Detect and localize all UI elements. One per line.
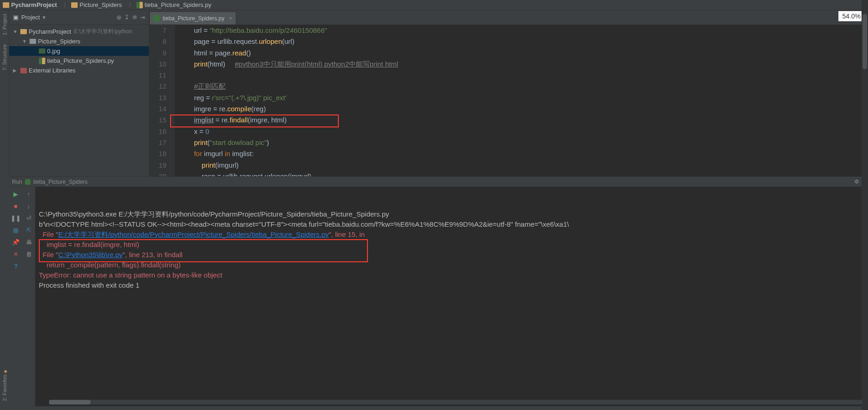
editor-tabs: tieba_Picture_Spiders.py × bbox=[149, 10, 868, 25]
structure-tool-button[interactable]: 7: Structure bbox=[2, 44, 7, 71]
editor-area: tieba_Picture_Spiders.py × 7891011121314… bbox=[149, 10, 868, 176]
line-gutter: 7891011121314151617181920 bbox=[149, 25, 175, 176]
gear-icon[interactable]: ✲ bbox=[854, 178, 859, 185]
run-toolbar-1: ▶ ■ ❚❚ ▦ 📌 ✕ ? bbox=[9, 187, 22, 406]
tree-row[interactable]: ▼PycharmProjectE:\大学学习资料\python bbox=[9, 27, 149, 36]
layout-button[interactable]: ▦ bbox=[12, 226, 20, 234]
down-button[interactable]: ↓ bbox=[24, 202, 33, 210]
star-icon: ★ bbox=[2, 368, 8, 374]
zoom-level-badge: 54.0% bbox=[838, 11, 864, 21]
left-tool-strip-bottom: ★ 2: Favorites bbox=[0, 318, 9, 410]
tree-row[interactable]: ▼Picture_Spiders bbox=[9, 36, 149, 46]
crumb-label: PycharmProject bbox=[11, 1, 57, 8]
print-button[interactable]: 🖶 bbox=[24, 238, 33, 246]
pause-button[interactable]: ❚❚ bbox=[12, 214, 20, 222]
rerun-button[interactable]: ▶ bbox=[12, 190, 20, 198]
hide-icon[interactable]: ⇥ bbox=[140, 14, 145, 21]
chevron-right-icon: 〉 bbox=[128, 1, 134, 9]
crumb-label: tieba_Picture_Spiders.py bbox=[145, 1, 212, 8]
crumb-0[interactable]: PycharmProject bbox=[3, 1, 57, 8]
up-button[interactable]: ↑ bbox=[24, 190, 33, 198]
dir-icon bbox=[30, 39, 36, 44]
help-button[interactable]: ? bbox=[12, 262, 20, 270]
py-icon bbox=[39, 58, 45, 64]
dropdown-icon[interactable]: ▾ bbox=[43, 14, 46, 21]
crumb-1[interactable]: Picture_Spiders bbox=[71, 1, 122, 8]
tree-row[interactable]: ▶External Libraries bbox=[9, 66, 149, 75]
python-file-icon bbox=[153, 15, 160, 22]
folder-icon bbox=[3, 2, 9, 8]
crumb-label: Picture_Spiders bbox=[79, 1, 122, 8]
editor-scrollbar-track[interactable] bbox=[862, 25, 868, 176]
folder-icon bbox=[71, 2, 78, 8]
trash-button[interactable]: 🗑 bbox=[24, 250, 33, 258]
lib-icon bbox=[20, 68, 27, 73]
run-toolbar-2: ↑ ↓ ⏎ ⇱ 🖶 🗑 bbox=[22, 187, 35, 406]
project-tree[interactable]: ▼PycharmProjectE:\大学学习资料\python▼Picture_… bbox=[9, 25, 149, 77]
tree-row[interactable]: tieba_Picture_Spiders.py bbox=[9, 56, 149, 66]
locate-icon[interactable]: ⊕ bbox=[116, 14, 122, 21]
tab-file[interactable]: tieba_Picture_Spiders.py × bbox=[149, 12, 236, 24]
favorites-tool-button[interactable]: 2: Favorites bbox=[2, 374, 7, 401]
tree-row[interactable]: 0.jpg bbox=[9, 46, 149, 56]
editor-scrollbar-thumb[interactable] bbox=[862, 25, 867, 69]
run-panel-header: Run tieba_Picture_Spiders ✲ – bbox=[9, 177, 868, 187]
project-tool-button[interactable]: 1: Project bbox=[2, 14, 7, 35]
close-button[interactable]: ✕ bbox=[12, 250, 20, 258]
console-scrollbar-thumb[interactable] bbox=[49, 400, 91, 404]
crumb-2[interactable]: tieba_Picture_Spiders.py bbox=[136, 1, 212, 8]
code-lines[interactable]: url = "http://tieba.baidu.com/p/24601508… bbox=[175, 25, 868, 176]
close-icon[interactable]: × bbox=[229, 15, 232, 22]
run-script-name: tieba_Picture_Spiders bbox=[33, 179, 87, 185]
console-output[interactable]: C:\Python35\python3.exe E:/大学学习资料/python… bbox=[35, 187, 868, 406]
project-title: Project bbox=[21, 14, 40, 21]
pin-button[interactable]: 📌 bbox=[12, 238, 20, 246]
collapse-icon[interactable]: ↧ bbox=[124, 14, 129, 21]
stop-button[interactable]: ■ bbox=[12, 202, 20, 210]
project-view-icon: ▣ bbox=[13, 14, 18, 21]
breadcrumb-bar: PycharmProject 〉 Picture_Spiders 〉 tieba… bbox=[0, 0, 868, 10]
run-panel: Run tieba_Picture_Spiders ✲ – ▶ ■ ❚❚ ▦ 📌… bbox=[9, 176, 868, 406]
python-file-icon bbox=[25, 179, 31, 185]
tab-label: tieba_Picture_Spiders.py bbox=[163, 15, 224, 22]
left-tool-strip: 1: Project 7: Structure bbox=[0, 10, 9, 176]
code-editor[interactable]: 7891011121314151617181920 url = "http://… bbox=[149, 25, 868, 176]
project-panel-header: ▣ Project ▾ ⊕ ↧ ✲ ⇥ bbox=[9, 10, 149, 25]
console-scrollbar-track[interactable] bbox=[49, 400, 862, 404]
softwrap-button[interactable]: ⏎ bbox=[24, 214, 33, 222]
run-label: Run bbox=[12, 179, 22, 185]
python-file-icon bbox=[136, 2, 143, 8]
folder-icon bbox=[20, 29, 27, 34]
chevron-right-icon: 〉 bbox=[63, 1, 69, 9]
project-panel: ▣ Project ▾ ⊕ ↧ ✲ ⇥ ▼PycharmProjectE:\大学… bbox=[9, 10, 149, 176]
export-button[interactable]: ⇱ bbox=[24, 226, 33, 234]
img-icon bbox=[39, 48, 45, 54]
gear-icon[interactable]: ✲ bbox=[132, 14, 137, 21]
